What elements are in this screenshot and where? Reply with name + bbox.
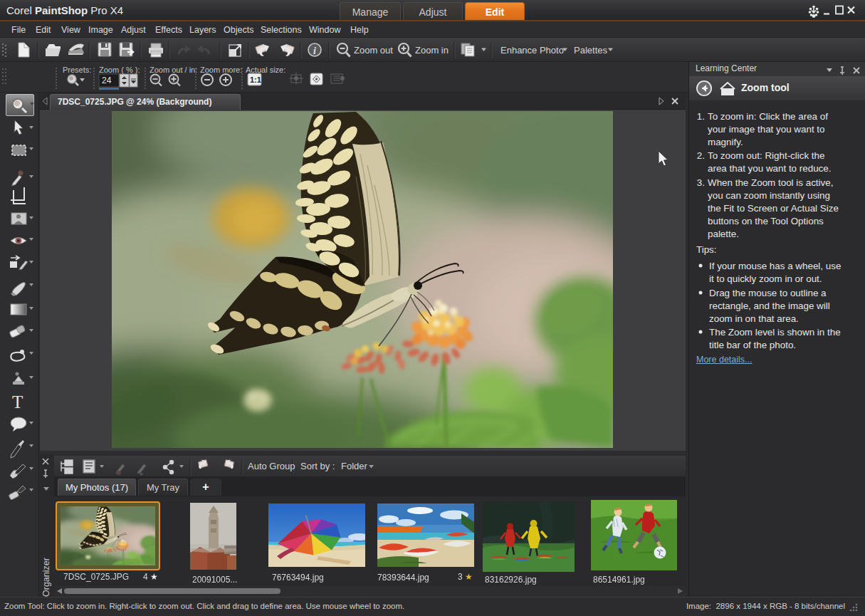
svg-text:i: i	[313, 46, 316, 56]
svg-text:24: 24	[102, 75, 112, 85]
svg-text:Organizer: Organizer	[41, 558, 51, 597]
svg-text:T: T	[12, 392, 23, 412]
svg-text:1:1: 1:1	[250, 75, 261, 84]
